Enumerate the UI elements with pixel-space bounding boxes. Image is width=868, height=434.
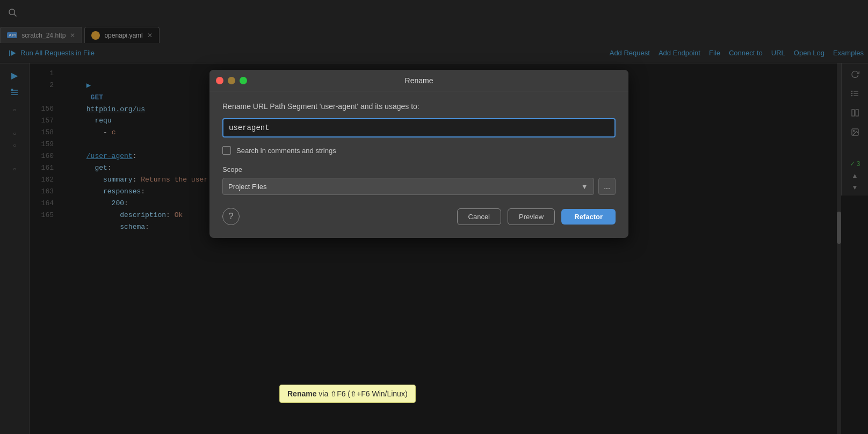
- minimize-button[interactable]: [228, 77, 235, 84]
- cancel-button[interactable]: Cancel: [457, 208, 501, 225]
- help-button[interactable]: ?: [222, 208, 240, 225]
- scope-more-button[interactable]: ...: [598, 178, 616, 195]
- rename-input[interactable]: [222, 118, 616, 138]
- dialog-title-bar: Rename: [209, 70, 628, 91]
- checkbox-label: Search in comments and strings: [236, 147, 336, 155]
- maximize-button[interactable]: [240, 77, 247, 84]
- scope-dropdown-arrow: ▼: [581, 182, 588, 191]
- cancel-label: Cancel: [468, 213, 490, 221]
- tooltip-rest: via ⇧F6 (⇧+F6 Win/Linux): [316, 389, 407, 398]
- scope-label: Scope: [222, 165, 616, 173]
- help-label: ?: [229, 212, 234, 221]
- preview-label: Preview: [519, 213, 544, 221]
- scope-row: Project Files ▼ ...: [222, 178, 616, 195]
- checkbox-row: Search in comments and strings: [222, 146, 616, 155]
- refactor-button[interactable]: Refactor: [561, 209, 616, 225]
- dialog-buttons: ? Cancel Preview Refactor: [222, 208, 616, 225]
- scope-dropdown[interactable]: Project Files ▼: [222, 178, 594, 195]
- dialog-description: Rename URL Path Segment 'user-agent' and…: [222, 102, 616, 111]
- scope-value: Project Files: [228, 183, 267, 191]
- dialog-body: Rename URL Path Segment 'user-agent' and…: [209, 91, 628, 238]
- rename-dialog: Rename Rename URL Path Segment 'user-age…: [209, 70, 628, 238]
- search-comments-checkbox[interactable]: [222, 146, 231, 155]
- scope-more-label: ...: [604, 182, 610, 191]
- tooltip-box: Rename via ⇧F6 (⇧+F6 Win/Linux): [279, 385, 416, 403]
- refactor-label: Refactor: [574, 213, 603, 221]
- traffic-lights: [216, 77, 247, 84]
- preview-button[interactable]: Preview: [508, 208, 555, 225]
- tooltip-bold: Rename: [287, 389, 316, 398]
- dialog-title: Rename: [405, 76, 433, 85]
- close-button[interactable]: [216, 77, 223, 84]
